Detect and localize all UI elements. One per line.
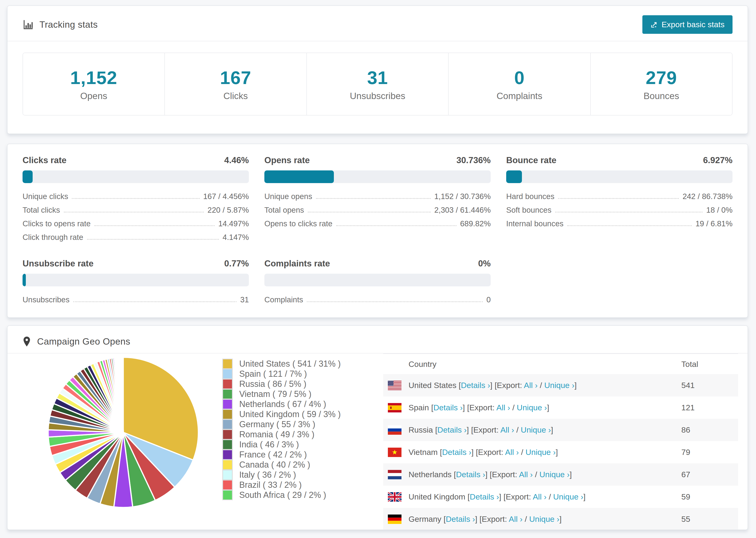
detail-value: 19 / 6.81% [695, 219, 732, 228]
legend-label: South Africa ( 29 / 2% ) [239, 490, 326, 500]
dotted-leader [64, 212, 204, 212]
detail-value: 0 [486, 295, 491, 304]
export-basic-stats-button[interactable]: Export basic stats [642, 15, 732, 34]
country-cell: Netherlands [Details ›] [Export: All › /… [408, 470, 572, 479]
stat-label: Opens [80, 91, 107, 101]
export-unique-link[interactable]: Unique › [525, 448, 556, 457]
detail-label: Soft bounces [506, 206, 552, 215]
rates-grid: Clicks rate4.46%Unique clicks167 / 4.456… [8, 144, 747, 310]
rate-block-complaints-rate: Complaints rate0%Complaints0 [264, 259, 491, 310]
country-cell: United States [Details ›] [Export: All ›… [408, 381, 577, 390]
stat-box-complaints: 0Complaints [449, 53, 590, 115]
export-all-link[interactable]: All › [496, 403, 510, 412]
rate-detail-row: Unsubscribes31 [23, 296, 249, 304]
de-flag-icon [388, 514, 402, 524]
dotted-leader [73, 301, 237, 302]
rate-detail-row: Click through rate4.147% [23, 234, 249, 242]
stat-box-clicks: 167Clicks [165, 53, 307, 115]
export-unique-link[interactable]: Unique › [521, 425, 551, 434]
total-cell: 541 [681, 381, 695, 390]
rate-progress-bar [23, 274, 249, 286]
detail-label: Click through rate [23, 233, 83, 242]
country-name: Spain [408, 403, 429, 412]
tracking-stats-header: Tracking stats Export basic stats [8, 6, 747, 41]
detail-label: Unique clicks [23, 192, 68, 201]
export-unique-link[interactable]: Unique › [544, 381, 574, 390]
rate-detail-row: Clicks to opens rate14.497% [23, 220, 249, 228]
rate-value: 0% [478, 259, 491, 269]
legend-swatch [222, 429, 233, 440]
legend-label: Vietnam ( 79 / 5% ) [239, 389, 311, 399]
export-unique-link[interactable]: Unique › [553, 492, 583, 501]
details-link[interactable]: Details › [456, 470, 485, 479]
export-all-link[interactable]: All › [500, 425, 514, 434]
export-all-link[interactable]: All › [505, 448, 519, 457]
country-cell: United Kingdom [Details ›] [Export: All … [408, 492, 585, 501]
stat-box-unsubscribes: 31Unsubscribes [307, 53, 449, 115]
legend-label: Romania ( 49 / 3% ) [239, 430, 314, 439]
legend-item: Vietnam ( 79 / 5% ) [222, 389, 341, 399]
details-link[interactable]: Details › [461, 381, 490, 390]
table-row-nl: Netherlands [Details ›] [Export: All › /… [383, 463, 738, 486]
rates-card: Clicks rate4.46%Unique clicks167 / 4.456… [7, 144, 748, 318]
legend-label: Germany ( 55 / 3% ) [239, 419, 315, 429]
geo-table-rows: United States [Details ›] [Export: All ›… [383, 374, 738, 530]
dotted-leader [336, 225, 457, 226]
stat-value: 279 [646, 67, 677, 88]
details-link[interactable]: Details › [437, 425, 467, 434]
dotted-leader [87, 239, 219, 240]
ru-flag-icon [388, 425, 402, 435]
legend-swatch [222, 419, 233, 430]
map-pin-icon [23, 336, 31, 347]
detail-label: Unsubscribes [23, 295, 70, 304]
legend-item: Brazil ( 33 / 2% ) [222, 480, 341, 490]
geo-card: Campaign Geo Opens United States ( 541 /… [7, 325, 748, 530]
details-link[interactable]: Details › [433, 403, 463, 412]
rate-detail-row: Total opens2,303 / 61.446% [264, 207, 491, 215]
rate-progress-bar [264, 274, 491, 286]
total-cell: 59 [681, 492, 690, 501]
country-cell: Spain [Details ›] [Export: All › / Uniqu… [408, 403, 549, 412]
details-link[interactable]: Details › [442, 448, 471, 457]
legend-swatch [222, 399, 233, 409]
es-flag-icon [388, 403, 402, 412]
us-flag-icon [388, 381, 402, 390]
legend-label: Italy ( 36 / 2% ) [239, 470, 296, 480]
legend-label: United Kingdom ( 59 / 3% ) [239, 409, 341, 419]
export-unique-link[interactable]: Unique › [517, 403, 547, 412]
legend-swatch [222, 450, 233, 460]
detail-value: 167 / 4.456% [203, 192, 249, 201]
rate-progress-fill [506, 170, 522, 183]
details-link[interactable]: Details › [470, 492, 499, 501]
details-link[interactable]: Details › [446, 514, 475, 523]
detail-label: Complaints [264, 295, 303, 304]
legend-swatch [222, 459, 233, 470]
legend-item: Italy ( 36 / 2% ) [222, 470, 341, 480]
geo-pie-chart [46, 355, 200, 510]
rate-title: Clicks rate [23, 155, 67, 165]
export-all-link[interactable]: All › [519, 470, 533, 479]
detail-value: 18 / 0% [706, 206, 732, 215]
stat-label: Clicks [224, 91, 248, 101]
rate-detail-row: Unique opens1,152 / 30.736% [264, 193, 491, 201]
legend-swatch [222, 389, 233, 399]
export-unique-link[interactable]: Unique › [539, 470, 569, 479]
dotted-leader [316, 198, 431, 199]
rate-progress-fill [264, 170, 334, 183]
geo-table: Country Total United States [Details ›] … [383, 353, 738, 530]
table-row-vn: Vietnam [Details ›] [Export: All › / Uni… [383, 441, 738, 463]
legend-item: Canada ( 40 / 2% ) [222, 459, 341, 470]
pie-legend: United States ( 541 / 31% )Spain ( 121 /… [222, 359, 341, 500]
export-all-link[interactable]: All › [533, 492, 547, 501]
legend-label: France ( 42 / 2% ) [239, 450, 307, 459]
rate-block-unsubscribe-rate: Unsubscribe rate0.77%Unsubscribes31 [23, 259, 249, 310]
stats-row: 1,152Opens167Clicks31Unsubscribes0Compla… [23, 53, 732, 116]
legend-item: Spain ( 121 / 7% ) [222, 369, 341, 379]
rate-detail-row: Hard bounces242 / 86.738% [506, 193, 732, 201]
export-all-link[interactable]: All › [509, 514, 523, 523]
stat-label: Complaints [497, 91, 542, 101]
rate-detail-row: Soft bounces18 / 0% [506, 207, 732, 215]
total-header: Total [681, 360, 698, 369]
export-unique-link[interactable]: Unique › [529, 514, 560, 523]
export-all-link[interactable]: All › [524, 381, 538, 390]
